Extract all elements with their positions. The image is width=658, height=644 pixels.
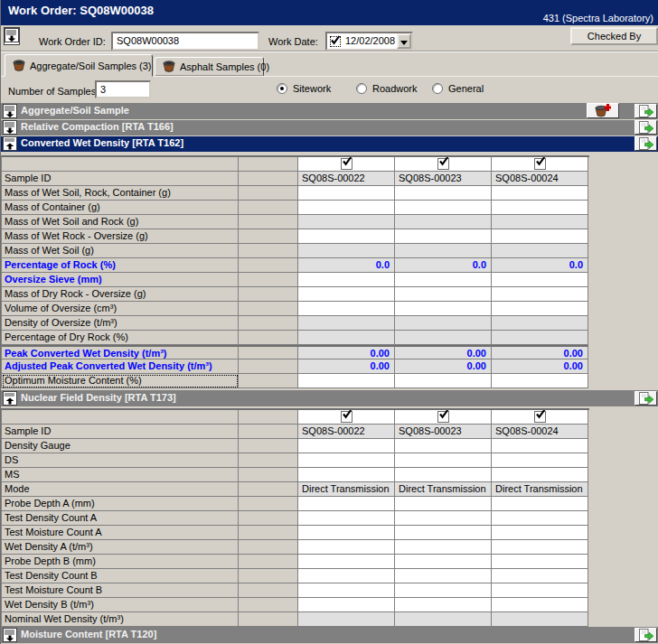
data-cell[interactable] bbox=[395, 540, 492, 555]
data-cell[interactable] bbox=[395, 569, 492, 583]
row-label: Density of Oversize (t/m³) bbox=[2, 316, 239, 331]
work-date-checkbox[interactable] bbox=[330, 36, 341, 47]
data-cell[interactable] bbox=[298, 555, 395, 569]
collapse-icon[interactable] bbox=[3, 120, 17, 135]
data-cell[interactable] bbox=[492, 273, 588, 287]
section-relative-compaction[interactable]: Relative Compaction [RTA T166] bbox=[1, 120, 658, 135]
data-cell[interactable] bbox=[298, 497, 395, 511]
sample-select-checkbox[interactable] bbox=[341, 158, 352, 170]
data-cell: 0.00 bbox=[298, 345, 395, 359]
data-cell[interactable] bbox=[395, 186, 492, 201]
data-cell[interactable] bbox=[395, 555, 492, 569]
section-nuclear-field-density[interactable]: Nuclear Field Density [RTA T173] bbox=[1, 390, 658, 406]
collapse-panel-icon[interactable] bbox=[4, 27, 20, 45]
export-button[interactable] bbox=[634, 136, 657, 151]
work-order-id-input[interactable]: SQ08W00038 bbox=[111, 32, 259, 51]
collapse-icon[interactable] bbox=[3, 391, 17, 406]
section-converted-wet-density[interactable]: Converted Wet Density [RTA T162] bbox=[1, 136, 658, 152]
data-cell[interactable] bbox=[395, 374, 492, 388]
data-cell[interactable] bbox=[395, 598, 492, 612]
data-cell[interactable] bbox=[395, 583, 492, 598]
data-cell[interactable] bbox=[298, 583, 395, 598]
data-cell[interactable] bbox=[298, 229, 395, 244]
data-cell[interactable] bbox=[298, 569, 395, 583]
tab-aggregate-soil-samples[interactable]: Aggregate/Soil Samples (3) bbox=[5, 54, 153, 77]
sample-select-checkbox[interactable] bbox=[534, 411, 546, 423]
add-sample-button[interactable] bbox=[587, 103, 619, 118]
data-cell[interactable] bbox=[492, 287, 588, 302]
data-cell[interactable] bbox=[298, 468, 395, 482]
data-cell[interactable] bbox=[492, 540, 588, 555]
data-cell[interactable] bbox=[298, 453, 395, 468]
data-cell[interactable] bbox=[492, 497, 588, 511]
section-moisture-content[interactable]: Moisture Content [RTA T120] bbox=[1, 627, 658, 643]
data-cell[interactable] bbox=[298, 201, 395, 215]
data-cell[interactable] bbox=[298, 186, 395, 201]
data-cell[interactable] bbox=[492, 302, 588, 316]
sample-select-checkbox[interactable] bbox=[534, 158, 546, 170]
data-cell[interactable] bbox=[492, 201, 588, 215]
data-cell[interactable] bbox=[395, 453, 492, 468]
work-date-combo[interactable]: 12/02/2008 bbox=[325, 32, 413, 51]
sample-select-checkbox[interactable] bbox=[437, 411, 449, 423]
data-cell[interactable] bbox=[298, 374, 395, 388]
work-date-label: Work Date: bbox=[268, 33, 318, 51]
export-button[interactable] bbox=[634, 391, 657, 406]
radio-roadwork[interactable]: Roadwork bbox=[356, 83, 418, 94]
data-cell bbox=[492, 612, 588, 627]
collapse-icon[interactable] bbox=[3, 628, 17, 642]
data-cell[interactable] bbox=[492, 468, 588, 482]
checked-by-button[interactable]: Checked By bbox=[570, 27, 658, 45]
data-cell[interactable] bbox=[492, 555, 588, 569]
data-cell[interactable] bbox=[492, 583, 588, 598]
sample-select-checkbox[interactable] bbox=[437, 158, 449, 170]
data-cell[interactable] bbox=[492, 439, 588, 453]
data-cell[interactable] bbox=[395, 526, 492, 540]
bucket-plus-icon bbox=[595, 104, 611, 117]
data-cell[interactable] bbox=[298, 526, 395, 540]
tab-asphalt-samples[interactable]: Asphalt Samples (0) bbox=[155, 57, 264, 76]
data-cell[interactable] bbox=[395, 511, 492, 526]
section-aggregate-soil-sample[interactable]: Aggregate/Soil Sample bbox=[1, 103, 658, 119]
data-cell[interactable] bbox=[492, 511, 588, 526]
data-cell[interactable] bbox=[298, 511, 395, 526]
row-label: Mode bbox=[2, 482, 239, 497]
data-cell[interactable] bbox=[395, 439, 492, 453]
row-label: Density Gauge bbox=[2, 439, 239, 453]
data-cell[interactable] bbox=[395, 273, 492, 287]
export-button[interactable] bbox=[634, 104, 657, 118]
data-cell[interactable] bbox=[492, 569, 588, 583]
sample-select-checkbox[interactable] bbox=[341, 411, 352, 423]
data-cell[interactable] bbox=[395, 302, 492, 316]
data-cell[interactable] bbox=[395, 497, 492, 511]
collapse-icon[interactable] bbox=[3, 104, 17, 118]
data-cell[interactable] bbox=[395, 201, 492, 215]
table-row: Test Density Count A bbox=[2, 511, 589, 526]
data-cell[interactable] bbox=[298, 287, 395, 302]
data-cell[interactable] bbox=[298, 302, 395, 316]
data-cell[interactable] bbox=[492, 229, 588, 244]
export-button[interactable] bbox=[634, 120, 657, 135]
filler-cell bbox=[239, 482, 298, 497]
data-cell[interactable] bbox=[395, 229, 492, 244]
radio-general[interactable]: General bbox=[432, 83, 484, 94]
radio-sitework[interactable]: Sitework bbox=[277, 83, 331, 94]
collapse-icon[interactable] bbox=[3, 136, 17, 151]
data-cell[interactable] bbox=[492, 526, 588, 540]
export-button[interactable] bbox=[634, 628, 657, 642]
table-row: Oversize Sieve (mm) bbox=[2, 273, 589, 287]
row-label: Mass of Wet Rock - Oversize (g) bbox=[2, 229, 239, 244]
data-cell[interactable] bbox=[298, 540, 395, 555]
data-cell[interactable] bbox=[395, 468, 492, 482]
number-of-samples-input[interactable]: 3 bbox=[95, 80, 151, 98]
table-row: Mass of Wet Soil and Rock (g) bbox=[2, 215, 589, 229]
data-cell[interactable] bbox=[298, 598, 395, 612]
data-cell[interactable] bbox=[492, 186, 588, 201]
data-cell[interactable] bbox=[298, 439, 395, 453]
data-cell[interactable] bbox=[492, 453, 588, 468]
work-date-dropdown-button[interactable] bbox=[397, 33, 411, 49]
data-cell[interactable] bbox=[395, 287, 492, 302]
data-cell[interactable] bbox=[298, 273, 395, 287]
data-cell[interactable] bbox=[492, 374, 588, 388]
data-cell[interactable] bbox=[492, 598, 588, 612]
